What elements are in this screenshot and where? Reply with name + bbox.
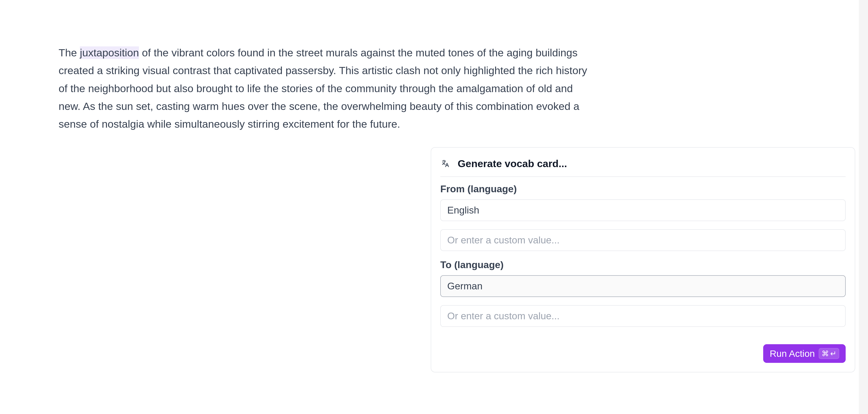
from-language-group: From (language) English bbox=[440, 183, 846, 251]
to-language-custom-input[interactable] bbox=[440, 305, 846, 327]
from-language-label: From (language) bbox=[440, 183, 846, 195]
to-language-select[interactable]: German bbox=[440, 275, 846, 297]
from-language-select[interactable]: English bbox=[440, 199, 846, 221]
text-after-highlight: of the vibrant colors found in the stree… bbox=[59, 47, 587, 130]
scrollbar-track[interactable] bbox=[859, 0, 868, 414]
popup-body: From (language) English To (language) Ge… bbox=[431, 177, 855, 344]
to-language-label: To (language) bbox=[440, 259, 846, 271]
to-language-group: To (language) German bbox=[440, 259, 846, 327]
shortcut-badge: ⌘ ↵ bbox=[819, 348, 839, 359]
popup-header: Generate vocab card... bbox=[440, 148, 846, 177]
document-paragraph[interactable]: The juxtaposition of the vibrant colors … bbox=[59, 44, 590, 133]
from-language-custom-input[interactable] bbox=[440, 229, 846, 251]
translate-icon bbox=[440, 159, 451, 169]
cmd-key-icon: ⌘ bbox=[822, 349, 829, 358]
enter-key-icon: ↵ bbox=[830, 349, 836, 358]
text-before-highlight: The bbox=[59, 47, 80, 59]
vocab-card-popup: Generate vocab card... From (language) E… bbox=[431, 147, 855, 372]
popup-footer: Run Action ⌘ ↵ bbox=[431, 344, 855, 372]
run-action-button[interactable]: Run Action ⌘ ↵ bbox=[763, 344, 846, 363]
document-content-area: The juxtaposition of the vibrant colors … bbox=[3, 0, 857, 414]
popup-title: Generate vocab card... bbox=[458, 158, 567, 170]
run-action-label: Run Action bbox=[770, 348, 815, 359]
highlighted-word[interactable]: juxtaposition bbox=[80, 46, 139, 59]
